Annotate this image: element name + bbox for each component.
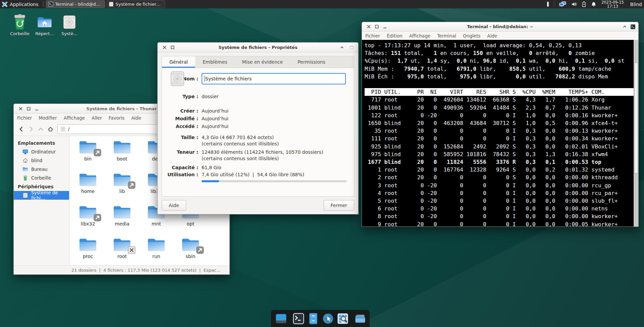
sidebar-item-corbeille[interactable]: Corbeille bbox=[14, 174, 69, 182]
tab-g-n-ral[interactable]: Général bbox=[162, 56, 195, 68]
property-row: Modifié :Aujourd’hui bbox=[165, 115, 346, 123]
minimize-icon[interactable] bbox=[33, 106, 41, 112]
dock-app-finder-button[interactable] bbox=[337, 312, 349, 325]
folder-lib[interactable]: lib bbox=[105, 170, 139, 202]
dock-terminal-button[interactable] bbox=[292, 312, 305, 325]
help-button[interactable]: Aide bbox=[162, 200, 186, 211]
shade-icon[interactable] bbox=[621, 24, 629, 30]
close-emblem-icon bbox=[128, 246, 136, 254]
menu-favoris[interactable]: Favoris bbox=[105, 115, 128, 121]
sidebar-item-bureau[interactable]: Bureau bbox=[14, 165, 69, 174]
drive-icon bbox=[169, 71, 185, 87]
menu-fichier[interactable]: Fichier bbox=[14, 115, 35, 121]
dialog-titlebar[interactable]: Système de fichiers - Propriétés bbox=[158, 43, 358, 52]
home-folder-icon bbox=[37, 14, 53, 30]
terminal-window: Terminal - blind@debian: ~ FichierÉditio… bbox=[362, 22, 639, 227]
sidebar-item-label: Bureau bbox=[31, 167, 47, 172]
folder-icon bbox=[113, 140, 131, 155]
menu-onglets[interactable]: Onglets bbox=[460, 33, 484, 39]
volume-tray[interactable] bbox=[571, 2, 577, 7]
process-row: 2 root 20 0 0 0 0 S 0,0 0,0 0:00.00 kthr… bbox=[365, 174, 634, 181]
menu-aller[interactable]: Aller bbox=[88, 115, 105, 121]
process-row: 1677 blind 20 0 11824 5556 3376 R 0,3 0,… bbox=[365, 158, 634, 166]
home-icon bbox=[22, 158, 28, 163]
terminal-scrollbar[interactable] bbox=[634, 40, 638, 226]
taskbar-window-button[interactable]: Système de fichiers - Th... bbox=[106, 0, 165, 8]
sidebar-item-blind[interactable]: blind bbox=[14, 156, 69, 165]
folder-media[interactable]: media bbox=[105, 202, 139, 235]
battery-tray[interactable] bbox=[582, 1, 586, 7]
folder-run[interactable]: run bbox=[139, 235, 173, 267]
menu-fichier[interactable]: Fichier bbox=[362, 33, 383, 39]
folder-label: lib bbox=[119, 189, 125, 194]
maximize-icon[interactable] bbox=[24, 106, 33, 112]
home-folder-icon bbox=[37, 16, 52, 28]
tab-mise-en-vidence[interactable]: Mise en évidence bbox=[235, 56, 290, 68]
close-icon[interactable] bbox=[16, 106, 24, 112]
close-button[interactable]: Fermer bbox=[324, 200, 354, 211]
folder-sbin[interactable]: sbin bbox=[173, 235, 208, 267]
folder-home[interactable]: home bbox=[71, 170, 105, 202]
tab-embl-mes[interactable]: Emblèmes bbox=[195, 56, 234, 68]
dock-show-desktop-button[interactable] bbox=[275, 312, 287, 325]
folder-boot[interactable]: boot bbox=[105, 137, 139, 170]
minimize-icon[interactable] bbox=[381, 24, 389, 30]
drive-icon bbox=[109, 2, 114, 7]
menu-affichage[interactable]: Affichage bbox=[406, 33, 434, 39]
back-icon[interactable] bbox=[18, 126, 24, 132]
top-summary-line: %Cpu(s): 1,7 ut, 1,4 sy, 0,0 ni, 96,8 id… bbox=[365, 57, 634, 65]
applications-menu-button[interactable]: Applications bbox=[0, 0, 41, 8]
folder-libx32[interactable]: libx32 bbox=[71, 202, 105, 235]
menu-modifier[interactable]: Modifier bbox=[35, 115, 60, 121]
menu-aide[interactable]: Aide bbox=[128, 115, 145, 121]
clock[interactable]: 2023-09-1517:13 bbox=[601, 0, 624, 8]
folder-proc[interactable]: proc bbox=[71, 235, 105, 267]
terminal-icon bbox=[292, 313, 305, 325]
taskbar-window-button[interactable]: Terminal - blind@debia... bbox=[46, 0, 105, 8]
property-value: 124830 éléments (114224 fichiers, 10570 … bbox=[202, 149, 346, 162]
menu-terminal[interactable]: Terminal bbox=[434, 33, 460, 39]
folder-label: run bbox=[152, 254, 160, 259]
up-icon[interactable] bbox=[38, 126, 44, 132]
shade-icon[interactable] bbox=[338, 44, 346, 50]
process-row: 717 root 20 0 492604 134612 66368 S 4,3 … bbox=[365, 96, 634, 104]
desktop-icon-label: Corbeille bbox=[10, 31, 29, 36]
tray-separator bbox=[554, 1, 554, 7]
close-icon[interactable] bbox=[365, 24, 373, 30]
dock-web-browser-button[interactable] bbox=[322, 312, 334, 325]
menu-affichage[interactable]: Affichage bbox=[60, 115, 88, 121]
dock-folder-button[interactable] bbox=[354, 312, 366, 325]
sidebar-item-systmedefichi[interactable]: Système de fichi... bbox=[14, 191, 69, 200]
terminal-titlebar[interactable]: Terminal - blind@debian: ~ bbox=[362, 22, 638, 31]
scrollbar-thumb[interactable] bbox=[634, 63, 638, 173]
notifications-tray[interactable] bbox=[591, 2, 596, 7]
property-value: 61,8 Gio bbox=[202, 165, 346, 171]
xfce-desktop: CorbeilleRépert...Systè... Système de fi… bbox=[0, 0, 644, 327]
taskbar-window-label: Terminal - blind@debia... bbox=[55, 2, 103, 7]
folder-icon bbox=[22, 167, 28, 172]
name-input[interactable]: Système de fichiers bbox=[202, 73, 346, 84]
process-row: 6 root 0 -20 0 0 0 I 0,0 0,0 0:00.00 net… bbox=[365, 205, 634, 212]
network-display-tray[interactable] bbox=[559, 1, 566, 7]
property-label: Taille : bbox=[165, 134, 198, 147]
maximize-icon[interactable] bbox=[168, 44, 176, 50]
desktop-icon-rpert[interactable]: Répert... bbox=[32, 14, 57, 36]
dialog-content: Nom : Système de fichiers Type :dossierC… bbox=[162, 68, 354, 182]
maximize-icon[interactable] bbox=[373, 24, 381, 30]
desktop-icon-corbeille[interactable]: Corbeille bbox=[7, 14, 32, 36]
tab-permissions[interactable]: Permissions bbox=[290, 56, 333, 68]
folder-bin[interactable]: bin bbox=[71, 137, 105, 170]
desktop-icon-syst[interactable]: Systè... bbox=[57, 14, 82, 36]
dock-file-cabinet-button[interactable] bbox=[307, 312, 319, 325]
terminal-screen[interactable]: top - 17:13:27 up 14 min, 1 user, load a… bbox=[362, 40, 634, 226]
menu-aide[interactable]: Aide bbox=[484, 33, 500, 39]
home-icon[interactable] bbox=[48, 126, 53, 132]
drive-icon bbox=[60, 126, 66, 132]
close-icon[interactable] bbox=[160, 44, 168, 50]
menu-édition[interactable]: Édition bbox=[383, 33, 406, 39]
folder-root[interactable]: root bbox=[105, 235, 139, 267]
drive-icon bbox=[61, 14, 77, 30]
sidebar-item-ordinateur[interactable]: Ordinateur bbox=[14, 147, 69, 156]
folder-icon bbox=[78, 237, 97, 252]
forward-icon[interactable] bbox=[28, 126, 34, 132]
